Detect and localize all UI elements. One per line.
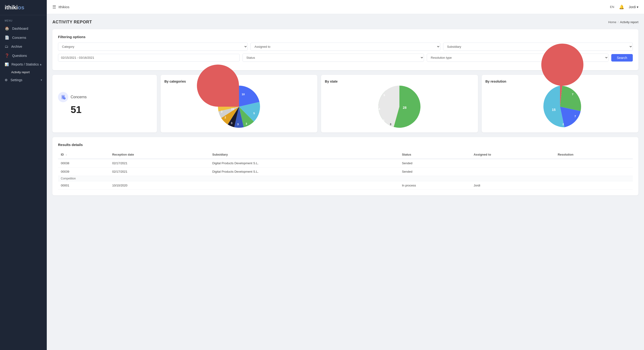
sidebar-item-questions[interactable]: ❓ Questions: [0, 51, 47, 60]
date-range-input[interactable]: [58, 54, 240, 62]
sidebar-label-archive: Archive: [11, 45, 22, 49]
svg-text:2: 2: [224, 116, 226, 119]
categories-pie-chart: 10 5 3 3 3 2 2 22: [218, 86, 260, 128]
notification-bell[interactable]: 🔔: [619, 5, 624, 10]
svg-text:3: 3: [383, 119, 385, 122]
cell-status: Sended: [399, 168, 471, 176]
subsidiary-select[interactable]: Subsidiary: [443, 43, 633, 51]
svg-text:7: 7: [572, 93, 574, 96]
svg-text:2: 2: [221, 110, 222, 113]
svg-text:8: 8: [379, 107, 380, 110]
svg-text:9: 9: [384, 94, 385, 97]
cell-assigned: Jordi: [471, 181, 555, 190]
cell-date: 02/17/2021: [110, 168, 210, 176]
home-icon: 🏠: [5, 26, 9, 31]
sidebar-item-reports[interactable]: 📊 Reports / Statistics ▲: [0, 60, 47, 69]
cell-subsidiary: Digital Products Development S.L.: [210, 168, 399, 176]
sidebar-label-reports: Reports / Statistics: [12, 63, 39, 66]
topbar-app-name: Ithikios: [58, 5, 70, 9]
resolution-pie-chart: 15 7 7 2: [539, 86, 581, 128]
sort-icon[interactable]: ↕: [66, 153, 67, 156]
cell-id: 00039: [58, 168, 110, 176]
sidebar: ithikios MENU 🏠 Dashboard 📄 Concerns 🗂 A…: [0, 0, 47, 350]
table-category-row: Competition: [58, 176, 633, 181]
svg-text:3: 3: [237, 123, 239, 126]
sidebar-item-dashboard[interactable]: 🏠 Dashboard: [0, 24, 47, 33]
svg-text:7: 7: [574, 115, 576, 118]
cell-assigned: [471, 168, 555, 176]
breadcrumb-sep: /: [618, 20, 619, 24]
cell-status: Sended: [399, 159, 471, 168]
col-id: ID ↕: [58, 150, 110, 159]
concerns-label: Concerns: [70, 95, 86, 99]
col-assigned-to: Assigned to: [471, 150, 555, 159]
language-selector[interactable]: EN: [610, 5, 614, 9]
by-categories-card: By categories 10 5 3: [161, 75, 317, 132]
by-state-title: By state: [325, 80, 338, 83]
breadcrumb-current: Activity report: [620, 20, 638, 24]
filter-title: Filtering options: [58, 35, 633, 39]
page-content: ACTIVITY REPORT Home / Activity report F…: [47, 14, 644, 350]
sidebar-item-archive[interactable]: 🗂 Archive: [0, 42, 47, 51]
main-area: ☰ Ithikios EN 🔔 Jordi ▾ ACTIVITY REPORT …: [47, 0, 644, 350]
settings-icon: ⚙: [5, 78, 8, 82]
sidebar-item-concerns[interactable]: 📄 Concerns: [0, 33, 47, 42]
status-select[interactable]: Status: [242, 54, 424, 62]
svg-text:15: 15: [552, 108, 556, 112]
sidebar-item-activity-report[interactable]: Activity report: [0, 69, 47, 76]
topbar-right: EN 🔔 Jordi ▾: [610, 5, 638, 10]
cell-subsidiary: [210, 181, 399, 190]
chart-icon: 📊: [5, 63, 9, 66]
by-resolution-card: By resolution 15 7 7 2: [482, 75, 638, 132]
cell-subsidiary: Digital Products Development S.L.: [210, 159, 399, 168]
stat-header: Concerns: [58, 92, 86, 102]
page-header: ACTIVITY REPORT Home / Activity report: [52, 20, 638, 25]
svg-text:28: 28: [403, 106, 407, 110]
category-label: Competition: [58, 176, 633, 181]
search-button[interactable]: Search: [611, 54, 633, 62]
svg-rect-3: [62, 98, 63, 98]
table-row: 00001 10/10/2020 In process Jordi: [58, 181, 633, 190]
by-categories-title: By categories: [164, 80, 186, 83]
by-resolution-title: By resolution: [486, 80, 506, 83]
sidebar-label-concerns: Concerns: [12, 36, 26, 40]
app-logo: ithikios: [0, 0, 47, 15]
col-status: Status: [399, 150, 471, 159]
concerns-stat-card: Concerns 51: [52, 75, 157, 132]
archive-icon: 🗂: [5, 45, 8, 49]
svg-text:22: 22: [231, 107, 234, 110]
cell-resolution: [555, 168, 633, 176]
cell-resolution: [555, 181, 633, 190]
svg-text:10: 10: [242, 93, 245, 96]
results-card: Results details ID ↕ Reception date Subs…: [52, 137, 638, 195]
svg-rect-2: [62, 97, 64, 97]
category-select[interactable]: Category: [58, 43, 248, 51]
sidebar-label-dashboard: Dashboard: [12, 27, 28, 31]
cell-date: 10/10/2020: [110, 181, 210, 190]
sidebar-label-settings: Settings: [10, 78, 22, 82]
sidebar-item-settings[interactable]: ⚙ Settings ▾: [0, 76, 47, 84]
col-reception-date: Reception date: [110, 150, 210, 159]
filter-row-1: Category Assigned to Subsidiary: [58, 43, 633, 51]
assigned-to-select[interactable]: Assigned to: [250, 43, 440, 51]
svg-text:2: 2: [562, 123, 564, 126]
user-menu[interactable]: Jordi ▾: [629, 5, 638, 9]
concerns-count: 51: [70, 104, 82, 115]
sidebar-label-questions: Questions: [12, 54, 27, 58]
svg-text:5: 5: [254, 112, 255, 115]
svg-text:3: 3: [231, 121, 232, 125]
page-title: ACTIVITY REPORT: [52, 20, 92, 25]
svg-text:3: 3: [390, 123, 392, 126]
svg-text:3: 3: [246, 122, 247, 125]
cell-date: 02/17/2021: [110, 159, 210, 168]
breadcrumb-home[interactable]: Home: [608, 20, 616, 24]
topbar-left: ☰ Ithikios: [52, 5, 70, 10]
question-icon: ❓: [5, 53, 9, 58]
logo-os: os: [18, 4, 24, 11]
hamburger-icon[interactable]: ☰: [52, 5, 56, 10]
user-name: Jordi: [629, 5, 636, 9]
cell-id: 00001: [58, 181, 110, 190]
menu-label: MENU: [0, 15, 47, 24]
chevron-up-icon: ▲: [39, 63, 42, 66]
svg-rect-1: [62, 96, 64, 96]
